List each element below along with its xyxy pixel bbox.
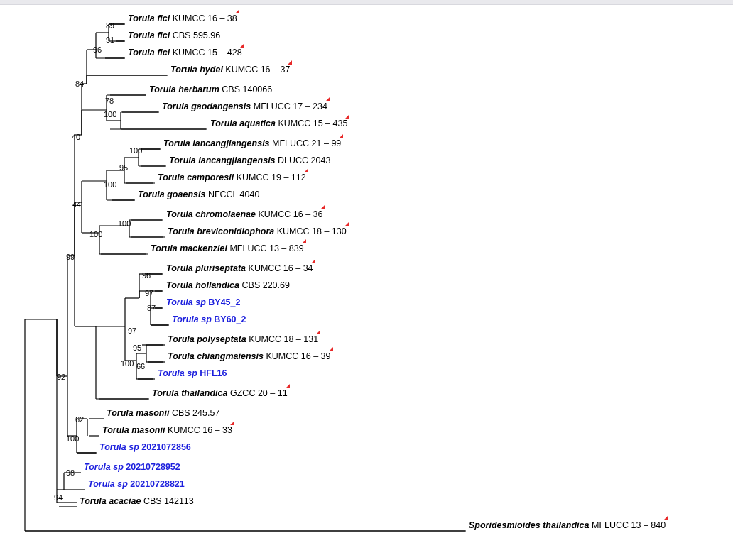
bootstrap-value: 97	[145, 289, 153, 297]
taxon-strain: BY45_2	[208, 297, 240, 307]
taxon-label: Torula chromolaenae KUMCC 16 – 36	[166, 210, 322, 220]
taxon-species: Torula camporesii	[158, 172, 234, 182]
bootstrap-value: 98	[66, 468, 75, 477]
bootstrap-value: 100	[121, 359, 134, 368]
highlight-arrow-icon	[323, 92, 335, 104]
bootstrap-value: 97	[128, 326, 136, 335]
svg-marker-11	[316, 326, 324, 334]
taxon-strain: BY60_2	[214, 314, 246, 324]
taxon-species: Torula sp	[172, 314, 212, 324]
taxon-species: Torula sp	[88, 479, 128, 489]
bootstrap-value: 84	[75, 79, 84, 88]
bootstrap-value: 99	[66, 253, 75, 261]
highlight-arrow-icon	[286, 55, 297, 67]
highlight-arrow-icon	[337, 129, 348, 141]
bootstrap-value: 92	[57, 373, 65, 381]
bootstrap-value: 96	[93, 45, 102, 54]
taxon-label: Torula sp 20210728952	[84, 463, 180, 473]
taxon-species: Torula polyseptata	[168, 334, 246, 344]
bootstrap-value: 95	[133, 344, 141, 352]
highlight-arrow-icon	[238, 38, 249, 50]
taxon-species: Torula lancangjiangensis	[169, 155, 276, 165]
taxon-label: Torula thailandica GZCC 20 – 11	[152, 389, 288, 399]
taxon-species: Torula hydei	[170, 65, 223, 75]
taxon-label: Torula polyseptata KUMCC 18 – 131	[168, 335, 318, 345]
highlight-arrow-icon	[314, 325, 325, 336]
svg-marker-1	[240, 40, 248, 48]
taxon-label: Sporidesmioides thailandica MFLUCC 13 – …	[469, 521, 666, 531]
taxon-species: Torula lancangjiangensis	[163, 138, 270, 148]
taxon-label: Torula goaensis NFCCL 4040	[138, 190, 259, 200]
taxon-species: Torula aquatica	[210, 119, 276, 128]
taxon-strain: NFCCL 4040	[208, 190, 260, 199]
taxon-label: Torula lancangjiangensis MFLUCC 21 – 99	[163, 139, 341, 149]
bootstrap-value: 44	[72, 200, 81, 209]
taxon-label: Torula fici CBS 595.96	[128, 31, 220, 41]
svg-marker-10	[311, 256, 319, 263]
highlight-arrow-icon	[327, 342, 338, 353]
taxon-species: Torula sp	[99, 442, 139, 452]
svg-marker-15	[663, 512, 671, 520]
taxon-species: Torula acaciae	[80, 496, 141, 506]
svg-marker-8	[344, 219, 352, 226]
taxon-label: Torula chiangmaiensis KUMCC 16 – 39	[168, 352, 331, 362]
taxon-strain: 2021072856	[141, 442, 191, 452]
taxon-label: Torula hydei KUMCC 16 – 37	[170, 65, 290, 75]
taxon-strain: KUMCC 16 – 36	[258, 209, 322, 219]
taxon-species: Sporidesmioides thailandica	[469, 520, 590, 530]
taxon-label: Torula herbarum CBS 140066	[149, 85, 272, 95]
taxon-species: Torula masonii	[107, 408, 169, 418]
taxon-species: Torula breviconidiophora	[168, 226, 274, 236]
highlight-arrow-icon	[309, 254, 320, 265]
taxon-species: Torula chiangmaiensis	[168, 351, 264, 361]
svg-marker-0	[235, 6, 243, 13]
taxon-species: Torula fici	[128, 48, 170, 57]
svg-marker-5	[339, 131, 347, 138]
bootstrap-value: 100	[118, 219, 131, 228]
taxon-species: Torula thailandica	[152, 388, 228, 398]
bootstrap-value: 100	[66, 434, 79, 443]
taxon-strain: CBS 140066	[222, 84, 272, 94]
taxon-species: Torula sp	[84, 462, 124, 472]
bootstrap-value: 95	[119, 163, 128, 172]
bootstrap-value: 87	[147, 304, 156, 312]
svg-marker-2	[288, 57, 295, 65]
taxon-species: Torula gaodangensis	[162, 101, 251, 111]
taxon-strain: KUMCC 18 – 131	[249, 334, 318, 344]
taxon-label: Torula pluriseptata KUMCC 16 – 34	[166, 264, 313, 274]
highlight-arrow-icon	[343, 109, 354, 121]
taxon-strain: CBS 245.57	[172, 408, 219, 418]
phylogram-branches	[0, 0, 733, 560]
taxon-label: Torula sp HFL16	[158, 369, 227, 379]
taxon-label: Torula fici KUMCC 15 – 428	[128, 48, 242, 58]
highlight-arrow-icon	[233, 4, 244, 16]
taxon-label: Torula mackenziei MFLUCC 13 – 839	[151, 244, 304, 254]
svg-marker-7	[320, 202, 328, 209]
taxon-species: Torula pluriseptata	[166, 263, 246, 273]
taxon-strain: MFLUCC 21 – 99	[272, 138, 341, 148]
taxon-strain: KUMCC 16 – 34	[249, 263, 313, 273]
highlight-arrow-icon	[283, 379, 295, 390]
bootstrap-value: 94	[54, 493, 63, 502]
taxon-strain: CBS 595.96	[173, 31, 220, 40]
bootstrap-value: 100	[89, 230, 102, 238]
highlight-arrow-icon	[661, 511, 673, 522]
svg-marker-9	[302, 236, 310, 243]
taxon-species: Torula fici	[128, 31, 170, 40]
bootstrap-value: 62	[75, 415, 84, 424]
taxon-strain: MFLUCC 13 – 840	[592, 520, 666, 530]
taxon-label: Torula camporesii KUMCC 19 – 112	[158, 173, 306, 183]
taxon-strain: KUMCC 16 – 39	[266, 351, 330, 361]
taxon-species: Torula goaensis	[138, 190, 205, 199]
svg-marker-14	[230, 417, 238, 425]
taxon-species: Torula masonii	[102, 425, 165, 435]
taxon-species: Torula hollandica	[166, 280, 239, 290]
taxon-strain: CBS 142113	[143, 496, 194, 506]
highlight-arrow-icon	[318, 200, 330, 212]
taxon-label: Torula masonii KUMCC 16 – 33	[102, 426, 232, 436]
taxon-species: Torula chromolaenae	[166, 209, 256, 219]
taxon-label: Torula sp BY45_2	[166, 298, 240, 308]
taxon-label: Torula sp 20210728821	[88, 480, 185, 490]
bootstrap-value: 96	[142, 271, 151, 280]
taxon-strain: HFL16	[200, 368, 227, 378]
